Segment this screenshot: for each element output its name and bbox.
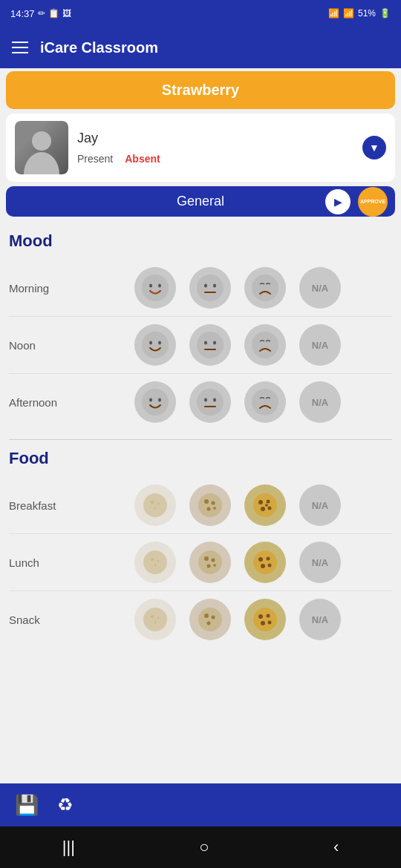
snack-dark[interactable] [244,599,286,640]
noon-neutral[interactable] [189,324,231,366]
general-label: General [177,194,224,209]
morning-happy[interactable] [134,267,176,309]
svg-point-24 [143,493,167,517]
noon-na[interactable]: N/A [299,324,341,366]
breakfast-na[interactable]: N/A [299,484,341,526]
svg-point-0 [142,274,169,301]
svg-point-41 [151,558,154,561]
svg-point-11 [197,332,224,358]
svg-point-52 [261,564,265,568]
mood-title: Mood [9,231,392,251]
svg-point-1 [149,284,152,288]
svg-point-54 [143,608,167,631]
svg-point-59 [204,614,209,618]
svg-point-16 [142,389,169,415]
afternoon-emoji-group: N/A [83,381,392,423]
breakfast-medium[interactable] [189,484,231,526]
svg-point-3 [197,274,224,301]
signal-icon: 📶 [343,8,354,19]
section-divider [9,439,392,440]
svg-point-49 [253,550,277,574]
bottom-bar: 💾 ♻ [0,783,401,826]
lunch-light[interactable] [134,542,176,583]
student-name: Jay [77,131,353,146]
food-row-breakfast: Breakfast [9,477,392,534]
general-arrow-button[interactable] [325,189,351,214]
save-button[interactable]: 💾 [15,793,39,817]
top-bar: iCare Classroom [0,27,401,68]
morning-na[interactable]: N/A [299,267,341,309]
morning-emoji-group: N/A [83,267,392,309]
snack-light[interactable] [134,599,176,640]
svg-point-62 [253,608,277,631]
nav-back[interactable]: ‹ [333,838,339,857]
svg-point-32 [207,507,211,511]
svg-point-2 [158,284,161,288]
svg-point-56 [157,617,160,619]
lunch-medium[interactable] [189,542,231,583]
svg-point-60 [212,616,215,619]
refresh-icon: ♻ [57,795,74,815]
hamburger-menu[interactable] [12,42,28,53]
svg-point-58 [198,608,222,631]
mood-row-morning: Morning [9,260,392,317]
wifi-icon: 📶 [328,8,339,19]
sim-icon: 📋 [48,8,59,19]
attendance-dropdown[interactable]: ▼ [362,136,386,160]
svg-point-37 [261,507,265,511]
attendance-present-label: Present [77,153,113,165]
food-row-snack: Snack [9,591,392,648]
snack-na[interactable]: N/A [299,599,341,640]
svg-point-46 [212,559,215,562]
svg-point-61 [207,622,211,625]
nav-home[interactable]: ○ [199,838,209,857]
svg-point-21 [213,398,216,402]
snack-medium[interactable] [189,599,231,640]
svg-point-36 [267,500,270,504]
lunch-label: Lunch [9,556,83,569]
lunch-food-group: N/A [83,542,392,583]
status-bar: 14:37 ✏ 📋 🖼 📶 📶 51% 🔋 [0,0,401,27]
svg-point-33 [213,507,216,510]
mood-row-noon: Noon [9,317,392,374]
afternoon-na[interactable]: N/A [299,381,341,423]
svg-point-35 [258,500,263,504]
svg-point-42 [157,560,160,562]
svg-point-51 [267,557,270,561]
pencil-icon: ✏ [38,8,45,19]
afternoon-happy[interactable] [134,381,176,423]
status-right: 📶 📶 51% 🔋 [328,8,391,19]
svg-point-47 [207,565,211,568]
svg-point-17 [149,398,152,402]
noon-happy[interactable] [134,324,176,366]
lunch-na[interactable]: N/A [299,542,341,583]
breakfast-dark[interactable] [244,484,286,526]
svg-point-53 [268,564,272,568]
lunch-dark[interactable] [244,542,286,583]
svg-point-31 [212,502,215,505]
svg-point-65 [261,621,265,625]
class-banner[interactable]: Strawberry [6,71,395,109]
status-left: 14:37 ✏ 📋 🖼 [10,8,71,19]
breakfast-light[interactable] [134,484,176,526]
afternoon-sad[interactable] [244,381,286,423]
approve-badge: APPROVE [358,187,388,217]
noon-sad[interactable] [244,324,286,366]
morning-sad[interactable] [244,267,286,309]
snack-label: Snack [9,614,83,626]
refresh-button[interactable]: ♻ [53,793,77,817]
attendance-absent-label: Absent [125,153,160,165]
svg-point-12 [204,341,207,345]
svg-point-39 [265,504,268,507]
svg-point-26 [157,503,160,505]
svg-point-57 [154,622,157,624]
svg-point-4 [204,284,207,288]
avatar-image [15,121,68,174]
morning-neutral[interactable] [189,267,231,309]
nav-recents[interactable]: ||| [62,838,75,857]
svg-point-28 [150,507,151,508]
svg-point-55 [151,615,154,618]
mood-section: Mood Morning [9,231,392,430]
svg-point-18 [158,398,161,402]
afternoon-neutral[interactable] [189,381,231,423]
